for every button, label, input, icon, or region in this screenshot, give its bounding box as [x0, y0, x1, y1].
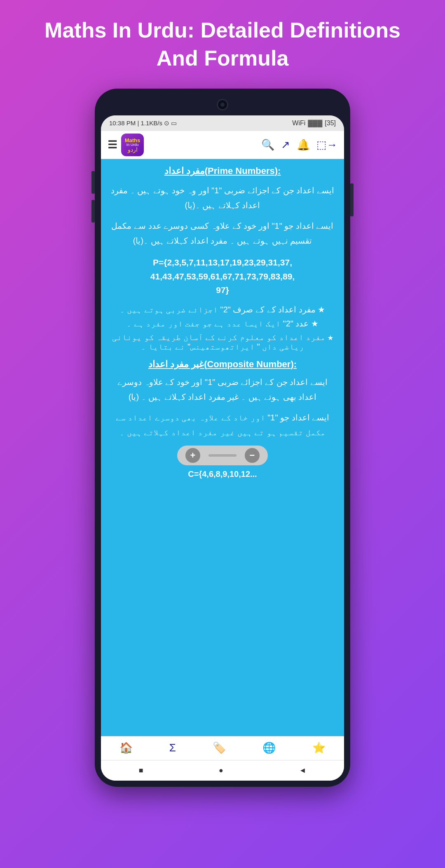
status-time: 10:38 PM | 1.1KB/s ⊙ ▭ [109, 120, 177, 127]
prime-bullet-3: ★ مفرد اعداد کو معلوم کرنے کے آسان طریقہ… [109, 333, 336, 352]
prime-bullet-1: ★ مفرد اعداد کے کے صرف "2" اجزائے ضربی ہ… [109, 305, 336, 314]
volume-up-button[interactable] [91, 171, 95, 194]
prime-bullet-2: ★ عدد "2" ایک ایسا عدد ہے جو جفت اور مفر… [109, 319, 336, 328]
signal-icon: ▓▓▓ [308, 120, 322, 127]
composite-formula-cutoff: C={4,6,8,9,10,12... [109, 469, 336, 479]
circle-icon: ● [219, 766, 223, 774]
home-icon: 🏠 [119, 741, 133, 754]
phone-screen: 10:38 PM | 1.1KB/s ⊙ ▭ WiFi ▓▓▓ [35] ☰ M… [101, 115, 344, 781]
status-bar: 10:38 PM | 1.1KB/s ⊙ ▭ WiFi ▓▓▓ [35] [101, 115, 344, 131]
status-icons: WiFi ▓▓▓ [35] [292, 120, 336, 127]
logo-maths-text: Maths [125, 138, 141, 143]
power-button[interactable] [350, 183, 354, 216]
home-button[interactable]: ● [219, 766, 223, 775]
logout-icon[interactable]: ⬚→ [316, 138, 337, 151]
share-icon[interactable]: ↗ [281, 138, 290, 151]
phone-outer: 10:38 PM | 1.1KB/s ⊙ ▭ WiFi ▓▓▓ [35] ☰ M… [95, 89, 350, 787]
star-icon: ⭐ [312, 741, 326, 754]
nav-sigma[interactable]: Σ [169, 741, 176, 754]
bottom-nav: 🏠 Σ 🏷️ 🌐 ⭐ [101, 736, 344, 760]
app-logo: Maths In Urdu اردو [121, 134, 144, 156]
bookmark-icon: 🏷️ [213, 741, 226, 754]
prime-para-2: ایسے اعداد جو "1" اور خود کے علاوہ کسی د… [109, 218, 336, 248]
composite-para-1: ایسے اعداد جن کے اجزائے ضربی "1" اور خود… [109, 375, 336, 404]
composite-numbers-title: :(Composite Number)غیر مفرد اعداد [109, 359, 336, 370]
battery-icon: [35] [325, 120, 336, 127]
wifi-icon: WiFi [292, 120, 305, 127]
notification-icon[interactable]: 🔔 [297, 138, 310, 151]
prime-para-1: ایسے اعداد جن کے اجزائے ضربی "1" اور وہ … [109, 183, 336, 213]
front-camera [217, 99, 228, 110]
recent-apps-button[interactable]: ■ [139, 766, 143, 775]
phone-mockup: 10:38 PM | 1.1KB/s ⊙ ▭ WiFi ▓▓▓ [35] ☰ M… [95, 89, 350, 787]
zoom-out-button[interactable]: − [245, 448, 260, 463]
nav-home[interactable]: 🏠 [119, 741, 133, 754]
square-icon: ■ [139, 766, 143, 774]
header-right: 🔍 ↗ 🔔 ⬚→ [261, 138, 337, 151]
sigma-icon: Σ [169, 741, 176, 754]
zoom-bar: − + [109, 446, 336, 465]
phone-notch [101, 95, 344, 115]
nav-bookmark[interactable]: 🏷️ [213, 741, 226, 754]
prime-formula: P={2,3,5,7,11,13,17,19,23,29,31,37, 41,4… [109, 256, 336, 297]
search-icon[interactable]: 🔍 [261, 138, 274, 151]
zoom-in-button[interactable]: + [185, 448, 200, 463]
nav-star[interactable]: ⭐ [312, 741, 326, 754]
composite-para-2: ایسے اعداد جو "1" اور خاد کے علاوہ بھی د… [109, 410, 336, 440]
page-title: Maths In Urdu: Detailed Definitions And … [25, 16, 420, 72]
zoom-track [208, 454, 237, 457]
hamburger-menu[interactable]: ☰ [108, 138, 117, 151]
back-button[interactable]: ◄ [299, 766, 306, 775]
globe-icon: 🌐 [262, 741, 276, 754]
volume-down-button[interactable] [91, 200, 95, 223]
logo-urdu-script: اردو [128, 147, 138, 152]
app-header: ☰ Maths In Urdu اردو 🔍 ↗ 🔔 ⬚→ [101, 131, 344, 159]
header-left: ☰ Maths In Urdu اردو [108, 134, 144, 156]
content-area: :(Prime Numbers)مفرد اعداد ایسے اعداد جن… [101, 159, 344, 736]
nav-globe[interactable]: 🌐 [262, 741, 276, 754]
prime-numbers-title: :(Prime Numbers)مفرد اعداد [109, 166, 336, 176]
page-title-area: Maths In Urdu: Detailed Definitions And … [0, 0, 445, 84]
android-nav: ■ ● ◄ [101, 760, 344, 781]
back-icon: ◄ [299, 766, 306, 774]
zoom-control[interactable]: − + [177, 446, 268, 465]
